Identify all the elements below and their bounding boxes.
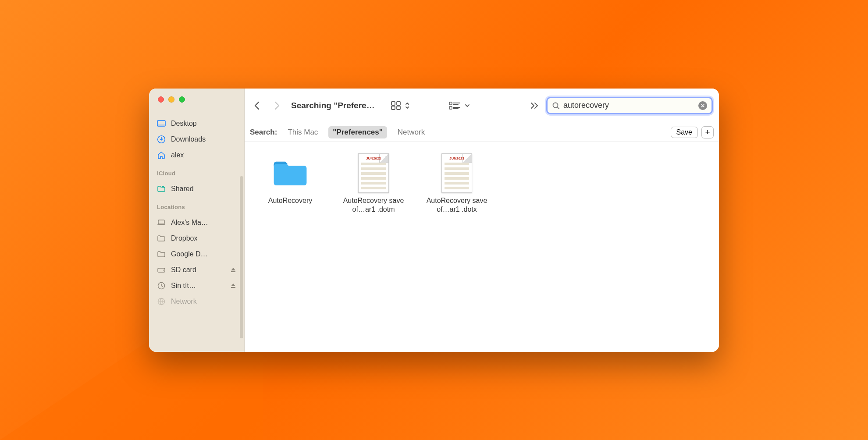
sidebar-favorites: Desktop Downloads alex — [149, 114, 244, 164]
svg-line-21 — [557, 107, 559, 109]
close-window-button[interactable] — [158, 96, 164, 103]
svg-rect-13 — [397, 106, 400, 110]
sidebar-locations: Alex's Ma… Dropbox Google D… SD card — [149, 213, 244, 310]
doc-thumb-heading: JUN2023 — [445, 156, 469, 160]
svg-rect-15 — [449, 106, 452, 109]
search-icon — [552, 102, 560, 110]
globe-icon — [157, 297, 166, 306]
toolbar: Searching "Prefere… — [245, 89, 719, 123]
sidebar-item-shared[interactable]: Shared — [149, 181, 244, 197]
result-item-label: AutoRecovery — [268, 196, 313, 206]
view-mode-button[interactable] — [391, 101, 410, 110]
sidebar-heading-icloud: iCloud — [149, 164, 244, 179]
scope-option-network[interactable]: Network — [393, 126, 429, 138]
doc-thumb-heading: JUN2023 — [361, 156, 386, 160]
sidebar-item-label: alex — [171, 151, 184, 159]
fullscreen-window-button[interactable] — [179, 96, 185, 103]
sidebar-item-time-machine[interactable]: Sin tít… — [149, 278, 244, 294]
sidebar-item-label: Sin tít… — [171, 282, 196, 290]
sidebar-icloud: Shared — [149, 179, 244, 198]
main-pane: Searching "Prefere… — [245, 89, 719, 352]
sidebar-item-label: Alex's Ma… — [171, 219, 208, 227]
forward-button[interactable] — [270, 99, 283, 112]
result-item-document[interactable]: JUN2023 AutoRecovery save of…ar1 .dotx — [419, 154, 494, 215]
back-button[interactable] — [251, 99, 264, 112]
search-input[interactable] — [563, 101, 695, 110]
sidebar-item-label: Google D… — [171, 250, 208, 258]
folder-icon — [157, 234, 166, 243]
folder-icon — [157, 250, 166, 259]
downloads-icon — [157, 135, 166, 144]
sidebar-scrollbar[interactable] — [240, 176, 243, 338]
sidebar-heading-locations: Locations — [149, 198, 244, 213]
sidebar-item-label: Dropbox — [171, 234, 197, 242]
document-icon: JUN2023 — [438, 154, 476, 192]
sidebar-item-home[interactable]: alex — [149, 147, 244, 163]
desktop-icon — [157, 119, 166, 128]
minimize-window-button[interactable] — [168, 96, 174, 103]
svg-rect-12 — [391, 106, 395, 110]
result-item-document[interactable]: JUN2023 AutoRecovery save of…ar1 .dotm — [336, 154, 411, 215]
result-item-label: AutoRecovery save of…ar1 .dotx — [420, 196, 494, 215]
time-icon — [157, 281, 166, 290]
svg-rect-1 — [157, 124, 165, 126]
svg-rect-10 — [391, 102, 395, 105]
clear-search-button[interactable] — [698, 101, 707, 110]
shared-folder-icon — [157, 185, 166, 193]
add-criteria-button[interactable]: + — [701, 126, 714, 138]
scope-option-this-mac[interactable]: This Mac — [283, 126, 322, 138]
svg-rect-5 — [157, 224, 165, 225]
sidebar-item-label: Downloads — [171, 135, 206, 143]
sidebar-item-dropbox[interactable]: Dropbox — [149, 231, 244, 246]
home-icon — [157, 151, 166, 160]
sidebar-item-label: Desktop — [171, 120, 197, 128]
window-controls — [149, 96, 244, 103]
sidebar-item-label: Network — [171, 298, 197, 305]
sidebar-item-label: Shared — [171, 185, 194, 193]
svg-rect-4 — [158, 220, 164, 224]
scope-option-preferences[interactable]: "Preferences" — [328, 126, 387, 138]
save-search-button[interactable]: Save — [671, 127, 698, 138]
sidebar-item-desktop[interactable]: Desktop — [149, 116, 244, 131]
sidebar-item-network[interactable]: Network — [149, 294, 244, 309]
sidebar-item-label: SD card — [171, 266, 196, 274]
svg-rect-11 — [397, 102, 400, 105]
search-field[interactable] — [546, 97, 713, 114]
eject-icon[interactable] — [230, 267, 236, 273]
folder-icon — [271, 154, 309, 192]
scope-label: Search: — [250, 128, 277, 137]
sidebar-item-this-mac[interactable]: Alex's Ma… — [149, 215, 244, 231]
svg-point-7 — [163, 270, 164, 270]
sidebar: Desktop Downloads alex iCloud Sh — [149, 89, 245, 352]
window-title: Searching "Prefere… — [291, 101, 375, 110]
disk-icon — [157, 266, 166, 274]
sidebar-item-sd-card[interactable]: SD card — [149, 262, 244, 278]
result-item-label: AutoRecovery save of…ar1 .dotm — [337, 196, 410, 215]
results-area: AutoRecovery JUN2023 AutoRecovery save o… — [245, 142, 719, 352]
svg-point-3 — [162, 185, 164, 187]
document-icon: JUN2023 — [355, 154, 392, 192]
sidebar-item-downloads[interactable]: Downloads — [149, 131, 244, 147]
result-item-folder[interactable]: AutoRecovery — [253, 154, 328, 206]
laptop-icon — [157, 218, 166, 227]
eject-icon[interactable] — [230, 283, 236, 289]
finder-window: Desktop Downloads alex iCloud Sh — [149, 89, 719, 352]
group-by-button[interactable] — [448, 101, 470, 110]
sidebar-item-google-drive[interactable]: Google D… — [149, 246, 244, 262]
search-scope-bar: Search: This Mac "Preferences" Network S… — [245, 123, 719, 142]
chevron-down-icon — [464, 103, 470, 109]
toolbar-overflow-button[interactable] — [530, 102, 540, 109]
chevron-updown-icon — [405, 101, 410, 110]
svg-rect-14 — [449, 102, 452, 105]
